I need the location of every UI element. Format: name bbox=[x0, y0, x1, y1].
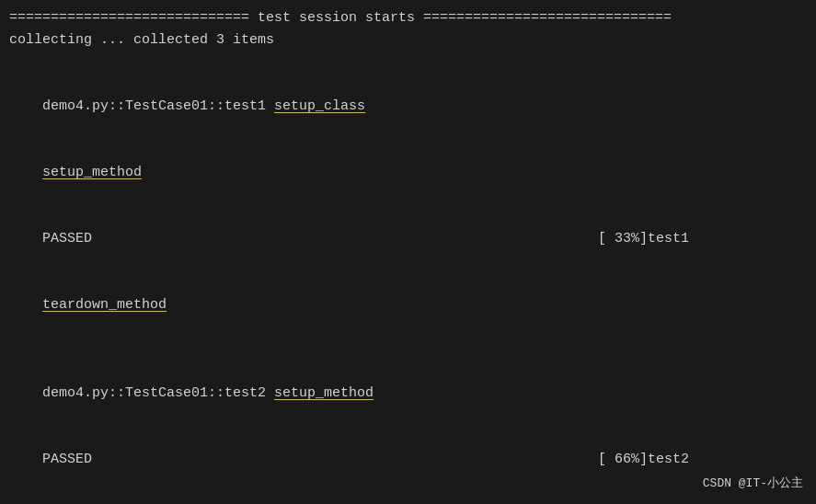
test2-passed: PASSED bbox=[42, 452, 92, 467]
test2-teardown-line: teardown_method bbox=[9, 493, 807, 504]
test2-passed-line: PASSED[ 66%]test2 bbox=[9, 427, 807, 493]
test1-name: demo4.py::TestCase01::test1 bbox=[42, 98, 274, 114]
test2-percent: [ 66%]test2 bbox=[598, 452, 689, 467]
test2-header-line: demo4.py::TestCase01::test2 setup_method bbox=[9, 361, 807, 427]
test1-setup-method-line: setup_method bbox=[9, 140, 807, 206]
collecting-line: collecting ... collected 3 items bbox=[9, 29, 807, 52]
test1-header-line: demo4.py::TestCase01::test1 setup_class bbox=[9, 74, 807, 140]
test1-passed: PASSED bbox=[42, 231, 92, 246]
test1-teardown-method: teardown_method bbox=[42, 297, 167, 313]
separator-line: ============================= test sessi… bbox=[9, 7, 807, 29]
test1-setup-class: setup_class bbox=[274, 98, 365, 114]
test1-teardown-line: teardown_method bbox=[9, 272, 807, 338]
test2-setup-method: setup_method bbox=[274, 385, 374, 401]
test2-name: demo4.py::TestCase01::test2 bbox=[42, 385, 274, 401]
test1-percent: [ 33%]test1 bbox=[598, 231, 689, 246]
test1-setup-method: setup_method bbox=[42, 165, 142, 180]
watermark: CSDN @IT-小公主 bbox=[703, 475, 803, 491]
terminal-output: ============================= test sessi… bbox=[0, 0, 816, 504]
test1-passed-line: PASSED[ 33%]test1 bbox=[9, 206, 807, 272]
